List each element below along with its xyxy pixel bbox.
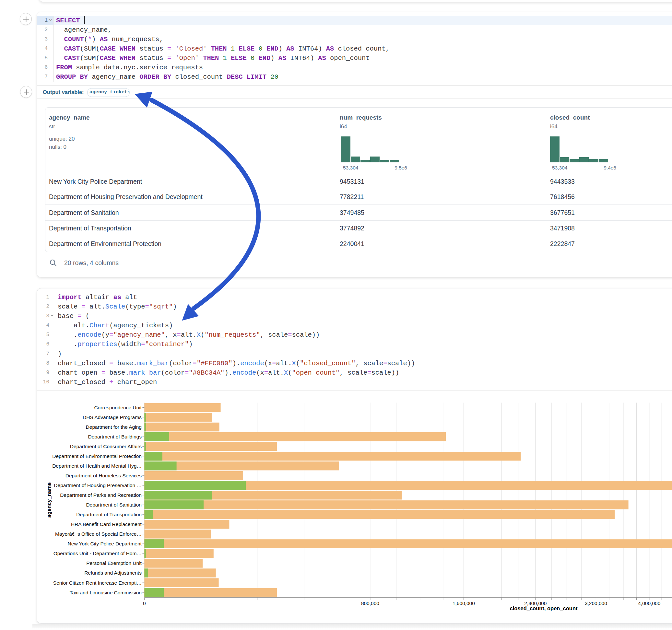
svg-text:Department of Parks and Recrea: Department of Parks and Recreation — [60, 492, 142, 498]
svg-text:New York City Police Departmen: New York City Police Department — [68, 541, 142, 547]
svg-text:closed_count, open_count: closed_count, open_count — [510, 605, 578, 611]
svg-text:Operations Unit - Department o: Operations Unit - Department of Hom… — [53, 551, 142, 556]
svg-text:Correspondence Unit: Correspondence Unit — [94, 405, 142, 410]
svg-text:Department of Buildings: Department of Buildings — [88, 434, 142, 439]
svg-text:HRA Benefit Card Replacement: HRA Benefit Card Replacement — [71, 522, 142, 527]
svg-text:Department of Health and Menta: Department of Health and Mental Hyg… — [52, 463, 142, 468]
svg-text:DHS Advantage Programs: DHS Advantage Programs — [83, 414, 142, 420]
svg-text:800,000: 800,000 — [361, 601, 379, 606]
svg-text:4,000,000: 4,000,000 — [638, 601, 660, 606]
svg-text:Personal Exemption Unit: Personal Exemption Unit — [86, 560, 142, 566]
svg-text:Department of Environmental Pr: Department of Environmental Protection — [52, 453, 142, 459]
svg-text:Department of Housing Preserva: Department of Housing Preservation … — [54, 483, 142, 488]
svg-text:Department of Homeless Service: Department of Homeless Services — [66, 473, 142, 478]
svg-text:agency_name: agency_name — [46, 482, 52, 517]
svg-text:Refunds and Adjustments: Refunds and Adjustments — [84, 570, 142, 576]
svg-text:Taxi and Limousine Commission: Taxi and Limousine Commission — [70, 590, 142, 595]
svg-text:Mayorâ€ s Office of Special E: Mayorâ€ s Office of Special Enforce… — [55, 531, 142, 537]
svg-text:Department of Sanitation: Department of Sanitation — [86, 502, 141, 508]
svg-text:Department of Consumer Affairs: Department of Consumer Affairs — [70, 444, 142, 449]
svg-text:3,200,000: 3,200,000 — [585, 601, 607, 606]
svg-text:Department for the Aging: Department for the Aging — [86, 424, 142, 430]
svg-text:1,600,000: 1,600,000 — [453, 601, 475, 606]
svg-text:Senior Citizen Rent Increase E: Senior Citizen Rent Increase Exempti… — [53, 580, 142, 586]
svg-text:0: 0 — [143, 601, 146, 606]
svg-text:Department of Transportation: Department of Transportation — [76, 512, 142, 517]
